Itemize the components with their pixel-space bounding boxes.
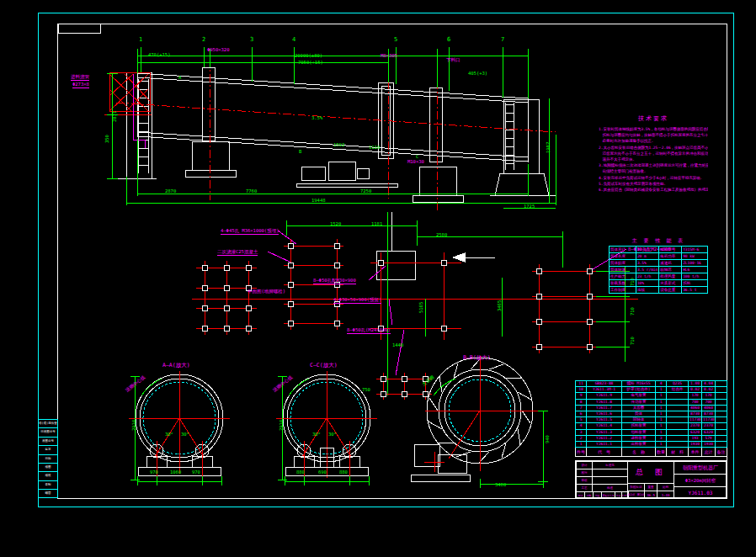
bom-cell	[667, 417, 689, 423]
bom-cell: 组合件	[667, 387, 689, 393]
dim-label: 1987	[546, 142, 551, 153]
anchor-bolt	[288, 301, 293, 306]
bom-cell: 5	[576, 417, 587, 423]
bom-cell: 1	[656, 411, 667, 417]
bom-cell	[716, 417, 727, 423]
bom-cell	[716, 399, 727, 405]
performance-row: 筒体斜度3.5%减速机ZL100-16	[610, 260, 708, 267]
performance-cell: 减速机	[659, 260, 682, 267]
bom-cell: 193	[689, 435, 702, 441]
performance-cell: 设备总重	[659, 287, 682, 294]
dim-label: 710	[630, 307, 635, 316]
dim-label: 1181	[371, 221, 382, 226]
dim-label: 405(+3)	[468, 71, 487, 76]
scale-value: 1:40	[657, 491, 674, 499]
performance-cell: 托轮	[682, 280, 708, 287]
dim-label: 2871	[112, 111, 117, 122]
tech-requirement-line: 6.其余应符合《回转类机械设备安装工程施工及验收规范》的规定。	[599, 187, 708, 193]
bom-header-cell: 代 号	[587, 448, 622, 457]
anchor-bolt	[224, 285, 229, 290]
anchor-bolt	[288, 321, 293, 326]
margin-strip-row: 旧底图总号	[39, 427, 57, 436]
drawing-number: YJ611.03	[673, 486, 727, 499]
dim-label: 350	[104, 135, 109, 143]
bom-row: 1YJ611.1出料装置119301930	[576, 442, 727, 448]
balloon-number: 7	[501, 37, 504, 42]
bom-cell: 1930	[689, 442, 702, 448]
bom-cell: YJ611.4	[587, 423, 622, 429]
dim-label: Φ273×8	[72, 82, 89, 88]
performance-table: 主 要 性 能 表 筒体直径Φ3 m电机型号Y315M-6筒体长度20 m电机功…	[609, 237, 708, 294]
bom-row: 4YJ611.4托轮装置123702370	[576, 423, 727, 429]
anchor-bolt	[587, 344, 592, 349]
anchor-bolt	[334, 243, 339, 248]
bom-cell: 8730	[702, 411, 716, 417]
bom-cell: 托轮装置	[622, 423, 656, 429]
anchor-bolt	[224, 305, 229, 310]
anchor-bolt	[246, 265, 251, 270]
bom-cell: 1	[656, 417, 667, 423]
balloon-number: 4	[292, 37, 295, 42]
dim-label: C—C(放大)	[310, 363, 338, 368]
tech-requirement-line: 前须经主管部门检查验收。	[599, 168, 708, 174]
bom-cell	[716, 429, 727, 435]
anchor-bolt	[334, 321, 339, 326]
company-name: 朝阳重型机器厂	[673, 461, 727, 475]
performance-cell: HL6	[682, 267, 708, 273]
grid-ref-box	[58, 24, 100, 33]
tech-requirements-title: 技术要求	[599, 114, 708, 123]
anchor-bolt	[441, 326, 446, 331]
anchor-bolt	[423, 391, 428, 396]
tech-requirement-line: 2.大小齿轮安装后啮合侧隙为1.25～2.06，接触斑点沿齿高不小于百分之四十，	[599, 145, 708, 151]
bom-cell: 1	[656, 423, 667, 429]
anchor-bolt	[536, 319, 541, 324]
performance-cell: 3.5%	[636, 260, 658, 267]
plan-view	[192, 212, 638, 400]
drive-unit	[296, 162, 397, 187]
performance-cell: 支承形式	[659, 280, 682, 287]
dim-label: 8—Φ50孔配M30×900	[313, 278, 356, 284]
anchor-bolt	[224, 326, 229, 331]
tech-requirement-line: 3.地脚螺栓须待二次浇灌混凝土达到强度后方可拧紧，拧紧力矩应一致，试运转	[599, 162, 708, 168]
dim-label: 4—Φ30×50×900(预留)	[333, 297, 381, 304]
dim-label: 710	[630, 337, 635, 345]
performance-cell: 工作制度	[610, 287, 636, 294]
margin-strip-row: 日期	[39, 454, 57, 463]
anchor-bolt	[536, 268, 541, 273]
bom-cell: 11730	[689, 417, 702, 423]
bom-cell: 1	[656, 442, 667, 448]
dim-label: 970	[150, 469, 158, 475]
dim-label: 2870	[165, 188, 176, 194]
bom-cell	[667, 393, 689, 399]
bom-row: 3YJ611.3挡轮装置163206320	[576, 429, 727, 435]
tech-requirement-line: 托轮与滚圈应均匀接触，接触面不得小于托轮宽度的百分之七十，	[599, 132, 708, 138]
bom-header-row: 件号代 号名 称数量材 料单件总计备注	[576, 448, 727, 457]
anchor-bolt	[536, 344, 541, 349]
bom-row: 7YJ611.7大齿圈140604060	[576, 405, 727, 411]
anchor-bolt	[288, 263, 293, 268]
bom-cell: 8	[576, 399, 587, 405]
bom-row: 8YJ611.8传动装置1700700	[576, 399, 727, 405]
bom-cell: 9	[576, 393, 587, 399]
dim-label: 880	[339, 469, 348, 475]
performance-row: 装载系数10%支承形式托轮	[610, 280, 708, 287]
dim-label: 3480	[495, 482, 506, 487]
bom-cell: 1	[656, 393, 667, 399]
bom-cell: 4.04	[702, 381, 716, 387]
dim-label: 1725	[524, 204, 535, 209]
bill-of-materials: 11GB823-88螺栓 M16×554Q2351.004.0410YJ611.…	[575, 380, 727, 457]
bom-cell: YJ611.2	[587, 435, 622, 441]
bom-cell: YJ611.6	[587, 411, 622, 417]
bom-header-cell: 备注	[716, 448, 727, 457]
anchor-bolt	[202, 285, 207, 290]
performance-row: 工作制度连续设备总重36.5 t	[610, 287, 708, 294]
anchor-bolt	[246, 326, 251, 331]
tech-requirement-line: 必要时允许加垫调整予以找正。	[599, 138, 708, 144]
performance-cell: ZL100-16	[682, 260, 708, 267]
sheet-info: 共1张 第1张	[627, 491, 645, 499]
performance-cell: 电机型号	[659, 247, 682, 253]
project-name: Φ3×20m回转窑	[673, 474, 727, 487]
bom-cell	[716, 423, 727, 429]
dim-label: 20000(±80)	[295, 53, 322, 58]
performance-cell: 36.5 t	[682, 287, 708, 294]
